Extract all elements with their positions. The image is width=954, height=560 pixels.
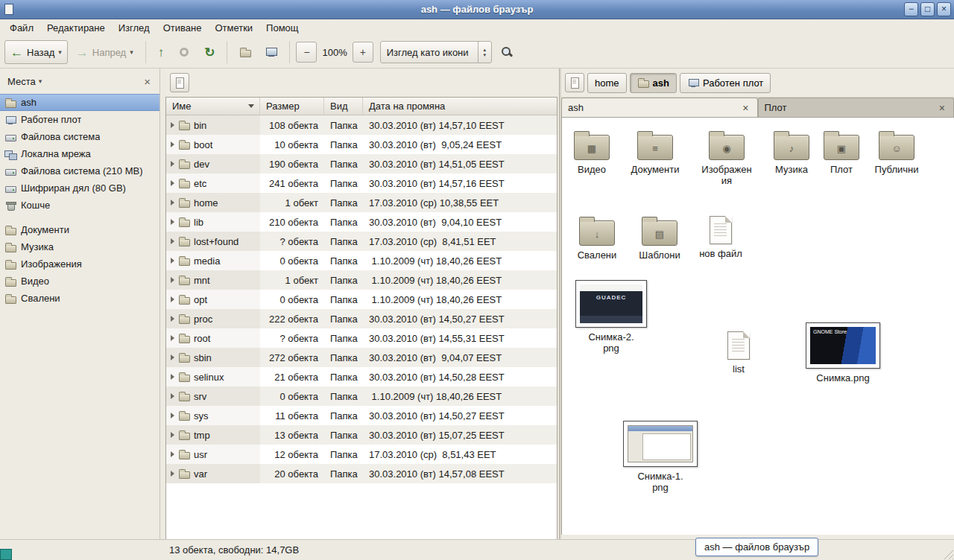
search-button[interactable] xyxy=(494,40,519,64)
sidebar-place-item[interactable]: Кошче xyxy=(0,197,159,214)
zoom-in-button[interactable]: + xyxy=(353,42,373,63)
expander-icon[interactable] xyxy=(171,451,174,457)
icon-view-item[interactable]: ☺ Публични xyxy=(867,129,926,175)
zoom-out-button[interactable]: − xyxy=(296,42,317,63)
column-header-type[interactable]: Вид xyxy=(324,98,363,115)
close-button[interactable]: × xyxy=(937,2,951,16)
spinner-arrows-icon[interactable]: ▴▾ xyxy=(478,42,491,63)
home-button[interactable] xyxy=(233,40,257,64)
computer-button[interactable] xyxy=(259,40,283,64)
breadcrumb-button[interactable]: Работен плот xyxy=(680,73,771,93)
expander-icon[interactable] xyxy=(171,432,174,438)
maximize-button[interactable]: □ xyxy=(920,2,935,16)
tab[interactable]: ash × xyxy=(561,98,758,117)
sidebar-place-item[interactable]: Локална мрежа xyxy=(0,145,159,162)
icon-view[interactable]: ▦ Видео ≡ Документи ◉ Изображен ия ♪ Муз… xyxy=(561,118,954,535)
location-bar-toggle-button[interactable] xyxy=(565,73,584,92)
sidebar-place-item[interactable]: Музика xyxy=(0,238,159,255)
expander-icon[interactable] xyxy=(171,141,174,147)
tab[interactable]: Плот × xyxy=(758,98,954,117)
table-row[interactable]: home 1 обект Папка 17.03.2010 (ср) 10,38… xyxy=(166,193,557,212)
back-button[interactable]: ← Назад ▾ xyxy=(4,40,68,64)
tab-close-icon[interactable]: × xyxy=(937,102,947,114)
menu-item[interactable]: Файл xyxy=(3,20,40,36)
menu-item[interactable]: Отиване xyxy=(157,20,209,36)
expander-icon[interactable] xyxy=(171,200,174,206)
icon-view-item[interactable]: GUADEC Снимка-2. png xyxy=(572,280,650,354)
location-bar-toggle-button[interactable] xyxy=(170,73,189,92)
expander-icon[interactable] xyxy=(171,122,174,128)
resize-grip[interactable] xyxy=(943,549,953,559)
table-row[interactable]: opt 0 обекта Папка 1.10.2009 (чт) 18,40,… xyxy=(166,290,557,309)
minimize-button[interactable]: − xyxy=(904,2,918,16)
sidebar-selector-chevron-icon[interactable]: ▾ xyxy=(39,77,42,85)
icon-view-item[interactable]: ↓ Свалени xyxy=(567,214,627,261)
table-row[interactable]: usr 12 обекта Папка 17.03.2010 (ср) 8,51… xyxy=(166,445,557,464)
icon-view-item[interactable]: Снимка-1. png xyxy=(622,421,699,493)
expander-icon[interactable] xyxy=(171,277,174,283)
expander-icon[interactable] xyxy=(171,354,174,360)
table-row[interactable]: selinux 21 обекта Папка 30.03.2010 (вт) … xyxy=(166,367,557,386)
breadcrumb-button[interactable]: ash xyxy=(630,73,677,93)
sidebar-place-item[interactable]: Шифриран дял (80 GB) xyxy=(0,179,159,197)
table-row[interactable]: tmp 13 обекта Папка 30.03.2010 (вт) 15,0… xyxy=(166,425,557,445)
icon-view-item[interactable]: ▦ Видео xyxy=(562,129,622,175)
breadcrumb-button[interactable]: home xyxy=(587,73,627,93)
expander-icon[interactable] xyxy=(171,471,174,477)
sidebar-place-item[interactable]: Работен плот xyxy=(0,111,159,128)
table-row[interactable]: proc 222 обекта Папка 30.03.2010 (вт) 14… xyxy=(166,309,557,328)
table-row[interactable]: dev 190 обекта Папка 30.03.2010 (вт) 14,… xyxy=(166,154,557,174)
column-header-name[interactable]: Име xyxy=(166,98,260,115)
table-row[interactable]: lib 210 обекта Папка 30.03.2010 (вт) 9,0… xyxy=(166,212,557,232)
expander-icon[interactable] xyxy=(171,316,174,322)
table-row[interactable]: mnt 1 обект Папка 1.10.2009 (чт) 18,40,2… xyxy=(166,270,557,290)
table-row[interactable]: etc 241 обекта Папка 30.03.2010 (вт) 14,… xyxy=(166,174,557,193)
menu-item[interactable]: Отметки xyxy=(208,20,259,36)
column-header-size[interactable]: Размер xyxy=(260,98,324,115)
forward-button[interactable]: → Напред ▾ xyxy=(70,40,139,64)
table-row[interactable]: sbin 272 обекта Папка 30.03.2010 (вт) 9,… xyxy=(166,348,557,367)
table-row[interactable]: root ? обекта Папка 30.03.2010 (вт) 14,5… xyxy=(166,328,557,348)
expander-icon[interactable] xyxy=(171,258,174,264)
sidebar-place-item[interactable]: Свалени xyxy=(0,290,159,307)
expander-icon[interactable] xyxy=(171,335,174,341)
icon-view-item[interactable]: ▣ Плот xyxy=(812,129,871,175)
expander-icon[interactable] xyxy=(171,296,174,302)
table-row[interactable]: bin 108 обекта Папка 30.03.2010 (вт) 14,… xyxy=(166,115,557,135)
table-row[interactable]: boot 10 обекта Папка 30.03.2010 (вт) 9,0… xyxy=(166,135,557,154)
expander-icon[interactable] xyxy=(171,238,174,244)
table-row[interactable]: srv 0 обекта Папка 1.10.2009 (чт) 18,40,… xyxy=(166,386,557,406)
icon-view-item[interactable]: нов файл xyxy=(691,216,751,259)
sidebar-place-item[interactable]: Файлова система xyxy=(0,128,159,145)
icon-view-item[interactable]: list xyxy=(709,331,768,375)
expander-icon[interactable] xyxy=(171,374,174,380)
table-row[interactable]: sys 11 обекта Папка 30.03.2010 (вт) 14,5… xyxy=(166,406,557,425)
icon-view-item[interactable]: ▤ Шаблони xyxy=(630,214,689,261)
sidebar-place-item[interactable]: Видео xyxy=(0,273,159,290)
expander-icon[interactable] xyxy=(171,180,174,186)
sidebar-place-item[interactable]: Файлова система (210 MB) xyxy=(0,162,159,179)
expander-icon[interactable] xyxy=(171,219,174,225)
stop-button[interactable] xyxy=(172,40,196,64)
expander-icon[interactable] xyxy=(171,413,174,419)
expander-icon[interactable] xyxy=(171,393,174,399)
menu-item[interactable]: Изглед xyxy=(112,20,157,36)
table-row[interactable]: lost+found ? обекта Папка 17.03.2010 (ср… xyxy=(166,232,557,251)
icon-view-item[interactable]: ≡ Документи xyxy=(625,129,685,175)
expander-icon[interactable] xyxy=(171,161,174,167)
icon-view-item[interactable]: ◉ Изображен ия xyxy=(697,129,756,186)
table-row[interactable]: var 20 обекта Папка 30.03.2010 (вт) 14,5… xyxy=(166,464,557,483)
up-button[interactable]: ↑ xyxy=(152,40,171,64)
column-header-date[interactable]: Дата на промяна xyxy=(363,98,557,115)
sidebar-place-item[interactable]: ash xyxy=(0,94,159,111)
back-history-chevron-icon[interactable]: ▾ xyxy=(58,48,62,56)
sidebar-place-item[interactable]: Документи xyxy=(0,221,159,238)
sidebar-close-icon[interactable]: × xyxy=(141,75,154,88)
menu-item[interactable]: Помощ xyxy=(259,20,305,36)
view-mode-select[interactable]: Изглед като икони ▴▾ xyxy=(380,41,492,63)
sidebar-place-item[interactable]: Изображения xyxy=(0,255,159,273)
reload-button[interactable]: ↻ xyxy=(198,40,221,64)
tab-close-icon[interactable]: × xyxy=(740,102,751,114)
menu-item[interactable]: Редактиране xyxy=(40,20,112,36)
icon-view-item[interactable]: GNOME Store Снимка.png xyxy=(804,322,882,384)
